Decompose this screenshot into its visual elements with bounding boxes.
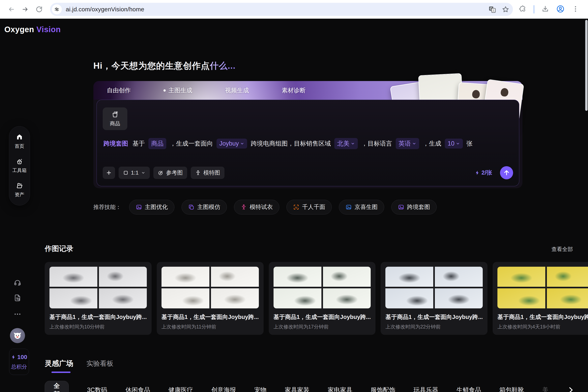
prompt-count-select[interactable]: 10 <box>445 138 463 148</box>
categories-scroll-right-button[interactable] <box>567 386 575 392</box>
sidebar-item-toolbox[interactable]: 工具箱 <box>12 158 27 174</box>
more-button[interactable] <box>13 310 22 319</box>
tab-video[interactable]: 视频生成 <box>225 86 249 94</box>
downloads-button[interactable] <box>541 5 549 14</box>
sidebar-label-home: 首页 <box>15 143 24 149</box>
category-chip[interactable]: 服饰配饰 <box>371 386 395 392</box>
tab-main-image[interactable]: 主图生成 <box>164 86 192 94</box>
support-button[interactable] <box>13 278 22 287</box>
model-person-icon <box>195 170 201 176</box>
view-all-link[interactable]: 查看全部 <box>551 246 573 253</box>
menu-button[interactable] <box>572 5 579 14</box>
bookmark-star-icon <box>502 6 509 13</box>
browser-toolbar: ai.jd.com/oxygenVision/home G 文 <box>0 0 588 19</box>
category-chip[interactable]: 健康医疗 <box>169 386 193 392</box>
prompt-composer[interactable]: 商品 跨境套图 基于 商品 ，生成一套面向 Joybuy 跨境电商组图，目标销售… <box>97 100 519 186</box>
category-chip[interactable]: 创意海报 <box>211 386 236 392</box>
category-chip[interactable]: 宠物 <box>254 386 267 392</box>
category-chip[interactable]: 美 <box>542 386 548 392</box>
skill-crossborder-set[interactable]: 跨境套图 <box>391 200 437 214</box>
record-card[interactable]: 基于商品1，生成一套面向Joybuy跨... 上次修改时间为4天19小时前 <box>493 262 588 335</box>
tab-diagnosis[interactable]: 素材诊断 <box>282 86 306 94</box>
translate-button[interactable]: G 文 <box>488 5 496 13</box>
sidebar-label-toolbox: 工具箱 <box>12 167 27 174</box>
tab-inspiration-plaza[interactable]: 灵感广场 <box>45 359 73 373</box>
category-chip[interactable]: 生鲜食品 <box>456 386 481 392</box>
category-filter-bar: 全部 3C数码 休闲食品 健康医疗 创意海报 宠物 家具家装 家电家具 服饰配饰… <box>45 381 573 392</box>
reload-button[interactable] <box>33 4 45 15</box>
app-logo: Oxygen Vision <box>4 25 61 34</box>
record-card[interactable]: 基于商品1，生成一套面向Joybuy跨... 上次修改时间为10分钟前 <box>45 262 152 335</box>
record-card[interactable]: 基于商品1，生成一套面向Joybuy跨... 上次修改时间为22分钟前 <box>381 262 487 335</box>
record-caption: 基于商品1，生成一套面向Joybuy跨... <box>497 313 588 321</box>
plus-icon <box>106 170 112 176</box>
points-widget[interactable]: 100 总积分 <box>9 349 29 375</box>
active-tab-dot <box>164 89 166 92</box>
scrollbar[interactable] <box>585 20 587 111</box>
category-chip[interactable]: 箱包鞋靴 <box>499 386 524 392</box>
site-settings-icon <box>54 6 60 12</box>
sidebar-item-home[interactable]: 首页 <box>15 134 24 149</box>
sidebar-item-assets[interactable]: 资产 <box>15 182 24 198</box>
forward-button[interactable] <box>20 4 31 15</box>
chevron-down-icon <box>456 142 460 146</box>
product-upload-chip[interactable]: 商品 <box>103 108 127 130</box>
reference-image-button[interactable]: 参考图 <box>153 166 187 179</box>
record-card[interactable]: 基于商品1，生成一套面向Joybuy跨... 上次修改时间为17分钟前 <box>269 262 376 335</box>
prompt-skill-token[interactable]: 跨境套图 <box>104 140 128 148</box>
skill-main-image-optimize[interactable]: 主图优化 <box>129 200 174 214</box>
chevron-down-icon <box>351 142 355 146</box>
record-caption: 基于商品1，生成一套面向Joybuy跨... <box>162 313 259 321</box>
record-card[interactable]: 基于商品1，生成一套面向Joybuy跨... 上次修改时间为11分钟前 <box>157 262 264 335</box>
record-caption: 基于商品1，生成一套面向Joybuy跨... <box>385 313 483 321</box>
ratio-square-icon <box>123 170 129 176</box>
svg-text:文: 文 <box>492 9 495 12</box>
prompt-text[interactable]: 跨境套图 基于 商品 ，生成一套面向 Joybuy 跨境电商组图，目标销售区域 … <box>103 138 513 149</box>
record-time: 上次修改时间为17分钟前 <box>274 324 371 330</box>
model-person-icon <box>241 204 247 210</box>
doc-inspect-button[interactable] <box>13 293 22 303</box>
download-icon <box>541 5 549 13</box>
model-image-button[interactable]: 模特图 <box>191 166 225 179</box>
sidebar: 首页 工具箱 资产 <box>9 126 30 206</box>
chevron-right-icon <box>567 386 575 392</box>
site-settings-button[interactable] <box>52 4 62 14</box>
url-text[interactable]: ai.jd.com/oxygenVision/home <box>66 6 144 13</box>
category-chip[interactable]: 家具家装 <box>285 386 309 392</box>
tab-free-creation[interactable]: 自由创作 <box>107 86 131 94</box>
category-all[interactable]: 全部 <box>45 381 69 392</box>
user-avatar[interactable] <box>10 328 25 343</box>
skill-thousand-faces[interactable]: 千人千面 <box>286 200 332 214</box>
prompt-platform-select[interactable]: Joybuy <box>217 138 247 148</box>
ratio-select[interactable]: 1:1 <box>119 166 150 179</box>
generate-button[interactable] <box>500 166 513 179</box>
category-chip[interactable]: 休闲食品 <box>126 386 150 392</box>
prompt-product-pill[interactable]: 商品 <box>148 138 166 149</box>
record-thumbnails <box>274 267 371 308</box>
greeting-text: Hi，今天想为您的生意创作点 <box>93 61 210 70</box>
composer-controls: 1:1 参考图 模特图 2/张 <box>103 166 513 179</box>
ellipsis-icon <box>14 310 22 318</box>
record-caption: 基于商品1，生成一套面向Joybuy跨... <box>274 313 371 321</box>
profile-button[interactable] <box>556 5 564 14</box>
bookmark-button[interactable] <box>502 6 509 13</box>
skill-main-image-imitate[interactable]: 主图模仿 <box>182 200 227 214</box>
tab-experiment-board[interactable]: 实验看板 <box>87 359 114 368</box>
product-chip-label: 商品 <box>110 120 120 127</box>
home-icon <box>16 134 23 140</box>
skill-model-tryon[interactable]: 模特试衣 <box>234 200 279 214</box>
record-thumbnails <box>50 267 147 308</box>
add-button[interactable] <box>103 166 115 179</box>
prompt-region-select[interactable]: 北美 <box>334 138 358 149</box>
category-chip[interactable]: 3C数码 <box>87 386 107 392</box>
category-chip[interactable]: 家电家具 <box>328 386 352 392</box>
category-chip[interactable]: 玩具乐器 <box>414 386 438 392</box>
address-bar[interactable]: ai.jd.com/oxygenVision/home G 文 <box>50 3 513 16</box>
skill-jingxi-image[interactable]: 京喜生图 <box>339 200 384 214</box>
chevron-down-icon <box>240 142 244 146</box>
extensions-button[interactable] <box>519 5 526 14</box>
back-button[interactable] <box>6 4 17 15</box>
points-label: 总积分 <box>11 363 27 370</box>
logo-part-2: Vision <box>36 25 61 34</box>
prompt-language-select[interactable]: 英语 <box>396 138 419 149</box>
